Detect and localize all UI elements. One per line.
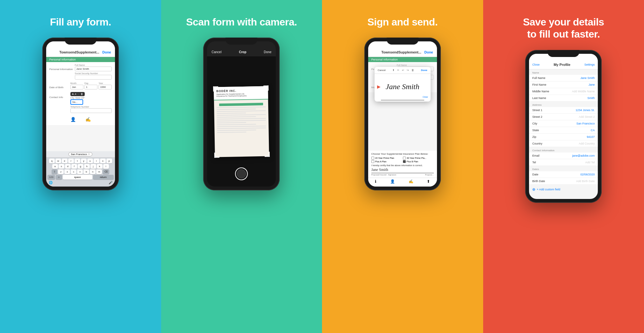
sign-nav-done[interactable]: Done: [424, 50, 433, 54]
key-f[interactable]: f: [71, 164, 77, 169]
checkbox-4[interactable]: ✓: [403, 160, 406, 163]
profile-row-fullname: Full Name Jane Smith: [529, 75, 598, 81]
key-space[interactable]: space: [63, 175, 92, 180]
add-custom-field-btn[interactable]: ⊕ + Add custom field: [529, 185, 598, 194]
key-shift[interactable]: ⇧: [52, 169, 57, 174]
toolbar-person-icon[interactable]: 👤: [390, 179, 395, 185]
field-day[interactable]: 1: [84, 85, 97, 89]
key-x[interactable]: x: [64, 169, 70, 174]
sig-cancel-btn[interactable]: Cancel: [378, 69, 386, 72]
profile-value-city[interactable]: San Francisco: [576, 122, 595, 125]
key-z[interactable]: z: [58, 169, 64, 174]
key-j[interactable]: j: [90, 164, 96, 169]
key-a[interactable]: a: [52, 164, 58, 169]
key-v[interactable]: v: [77, 169, 83, 174]
sig-icon-crop[interactable]: ✂: [397, 69, 399, 72]
toolbar-info-icon[interactable]: ℹ: [375, 179, 376, 185]
profile-value-birthdate[interactable]: Add Birth Date: [576, 180, 595, 183]
key-return[interactable]: return: [93, 175, 114, 180]
key-d[interactable]: d: [65, 164, 71, 169]
toolbar-share-icon[interactable]: ⬆: [427, 179, 430, 185]
key-m[interactable]: m: [96, 169, 102, 174]
keyboard-chip-sf[interactable]: San Francisco ✕: [68, 152, 92, 156]
key-g[interactable]: g: [78, 164, 83, 169]
toolbar-italic[interactable]: A: [75, 93, 76, 96]
profile-close-btn[interactable]: Close: [532, 63, 540, 66]
key-r[interactable]: r: [68, 159, 74, 163]
camera-crop-btn[interactable]: Crop: [239, 50, 246, 54]
key-123[interactable]: 123: [47, 175, 55, 180]
key-s[interactable]: s: [59, 164, 64, 169]
doc-line: [217, 120, 266, 122]
camera-capture-btn[interactable]: [235, 167, 248, 180]
key-u[interactable]: u: [87, 159, 93, 163]
profile-value-tel[interactable]: Add Tel: [585, 161, 595, 164]
field-fullname[interactable]: Jane Smith: [75, 67, 112, 71]
field-year[interactable]: 1990: [98, 85, 111, 89]
key-i[interactable]: i: [94, 159, 99, 163]
sig-labels: Proposed Insured - Signature Propose...: [371, 174, 434, 176]
key-globe[interactable]: 🌐: [49, 181, 53, 184]
checkbox-2[interactable]: [403, 157, 406, 159]
key-h[interactable]: h: [84, 164, 90, 169]
toolbar-more[interactable]: ···: [77, 93, 80, 96]
phone-4-screen: Close My Profile Settings Name Full Name…: [529, 54, 598, 199]
key-backspace[interactable]: ⌫: [103, 169, 109, 174]
sig-icon-share[interactable]: ⬆: [392, 69, 395, 72]
camera-cancel-btn[interactable]: Cancel: [211, 50, 221, 54]
key-b[interactable]: b: [83, 169, 89, 174]
key-e[interactable]: e: [62, 159, 68, 163]
key-l[interactable]: l: [103, 164, 109, 169]
toolbar-delete[interactable]: 🗑: [81, 93, 83, 96]
toolbar-bold[interactable]: A: [72, 93, 74, 96]
sig-area[interactable]: ▶ Jane Smith Clear: [375, 74, 431, 99]
profile-value-state[interactable]: CA: [591, 129, 595, 132]
profile-value-fullname[interactable]: Jane Smith: [580, 76, 595, 80]
key-k[interactable]: k: [97, 164, 103, 169]
chip-close[interactable]: ✕: [88, 153, 90, 156]
key-o[interactable]: o: [100, 159, 106, 163]
key-emoji[interactable]: ☺: [56, 175, 62, 180]
profile-value-middlename[interactable]: Add Middle Name: [572, 90, 595, 93]
key-y[interactable]: y: [81, 159, 87, 163]
key-p[interactable]: p: [106, 159, 112, 163]
sig-done-btn[interactable]: Done: [421, 69, 427, 72]
key-mic[interactable]: 🎤: [109, 181, 112, 184]
profile-value-country[interactable]: Add Country: [579, 142, 595, 145]
profile-settings-btn[interactable]: Settings: [584, 63, 595, 66]
field-city[interactable]: Sa...: [70, 99, 83, 105]
field-ssn[interactable]: [75, 75, 112, 80]
key-n[interactable]: n: [90, 169, 96, 174]
field-phone[interactable]: [70, 108, 112, 113]
profile-value-lastname[interactable]: Smith: [587, 96, 595, 100]
checkbox-1[interactable]: [371, 157, 374, 159]
key-w[interactable]: w: [55, 159, 61, 163]
sig-baseline: [381, 100, 424, 100]
form-nav-done[interactable]: Done: [102, 50, 111, 54]
profile-value-zip[interactable]: 94107: [587, 135, 595, 138]
profile-value-street1[interactable]: 1234 Jones St.: [576, 109, 595, 112]
camera-done-btn[interactable]: Done: [264, 50, 271, 54]
form-label-dob: Date of Birth: [49, 82, 68, 89]
sig-icon-redo[interactable]: ↪: [407, 69, 409, 72]
profile-value-date[interactable]: 02/06/2020: [580, 173, 595, 176]
key-c[interactable]: c: [71, 169, 76, 174]
keyboard-rows: q w e r t y u i o p a: [46, 158, 115, 187]
profile-label-fullname: Full Name: [532, 76, 545, 80]
keyboard-row-2: a s d f g h j k l: [47, 164, 114, 169]
field-month[interactable]: Jan: [70, 85, 83, 89]
profile-row-street1: Street 1 1234 Jones St.: [529, 107, 598, 114]
sig-icon-undo[interactable]: ↩: [402, 69, 404, 72]
panel-fill-form: Fill any form. TownsendSupplement... Don…: [0, 0, 161, 333]
key-q[interactable]: q: [49, 159, 55, 163]
profile-value-street2[interactable]: Add Street 2: [579, 115, 595, 118]
panel-profile: Save your detailsto fill out faster. Clo…: [483, 0, 644, 333]
toolbar-sign-icon[interactable]: ✍: [409, 179, 413, 185]
sig-icon-delete[interactable]: 🗑: [411, 69, 414, 72]
profile-label-tel: Tel: [532, 161, 536, 164]
sig-clear-btn[interactable]: Clear: [423, 96, 428, 98]
profile-value-email[interactable]: jane@adobe.com: [572, 154, 595, 157]
key-t[interactable]: t: [75, 159, 80, 163]
checkbox-3[interactable]: [371, 160, 374, 163]
profile-value-firstname[interactable]: Jane: [589, 83, 595, 86]
